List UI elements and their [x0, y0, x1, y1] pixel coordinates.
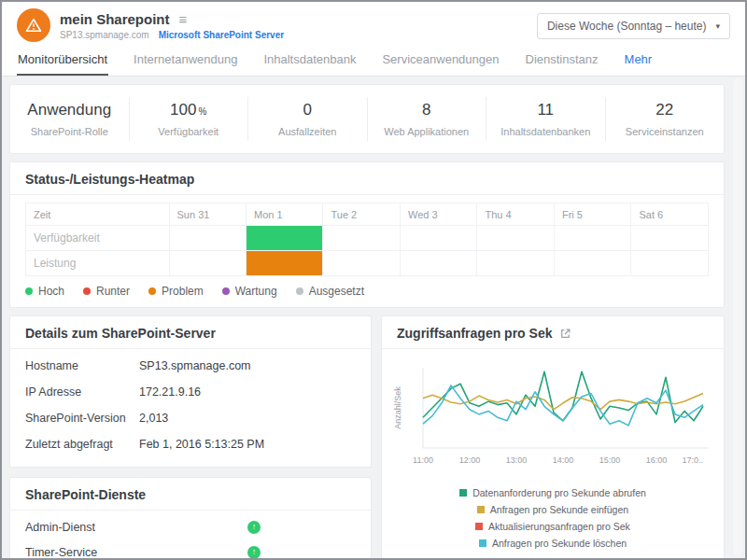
- page-title: mein Sharepoint: [60, 11, 170, 27]
- legend-label: Runter: [96, 285, 130, 298]
- heatmap-legend-wartung: Wartung: [222, 285, 277, 298]
- heatmap-empty-cell: [400, 226, 476, 251]
- stat-label: Serviceinstanzen: [606, 126, 725, 137]
- heatmap-legend: HochRunterProblemWartungAusgesetzt: [25, 285, 709, 298]
- heatmap-empty-cell: [554, 251, 630, 276]
- heatmap-empty-cell: [169, 251, 246, 276]
- tab-dienstinstanz[interactable]: Dienstinstanz: [525, 49, 599, 76]
- heatmap-col-sat-6: Sat 6: [631, 203, 709, 226]
- hostname-label: SP13.spmanage.com: [60, 30, 149, 40]
- stat-value: 8: [368, 101, 486, 119]
- x-tick-label: 13:00: [506, 455, 528, 465]
- heatmap-row-label: Verfügbarkeit: [26, 226, 170, 251]
- caret-down-icon: ▾: [715, 21, 720, 31]
- stat-value: Anwendung: [10, 101, 129, 119]
- tab-bar: MonitorübersichtInternetanwendungInhalts…: [2, 49, 745, 77]
- service-row: Timer-Service↑: [25, 539, 356, 558]
- legend-swatch-icon: [459, 489, 467, 497]
- heatmap-col-fri-5: Fri 5: [554, 203, 630, 226]
- heatmap-legend-problem: Problem: [148, 285, 204, 298]
- heatmap-empty-cell: [631, 226, 709, 251]
- heatmap-legend-runter: Runter: [83, 285, 130, 298]
- heatmap-empty-cell: [631, 251, 709, 276]
- service-name: Timer-Service: [25, 546, 247, 559]
- legend-dot-icon: [25, 287, 33, 295]
- stat-sharepoint-rolle: AnwendungSharePoint-Rolle: [10, 97, 129, 141]
- stat-value: 11: [486, 101, 605, 119]
- chart-legend-item[interactable]: Datenanforderung pro Sekunde abrufen: [459, 487, 646, 498]
- services-title: SharePoint-Dienste: [10, 478, 371, 511]
- detail-row: SharePoint-Version2,013: [25, 405, 356, 431]
- external-link-icon[interactable]: [559, 328, 571, 340]
- header: mein Sharepoint ≡ SP13.spmanage.com Micr…: [2, 2, 745, 49]
- heatmap-empty-cell: [323, 226, 400, 251]
- tab-serviceanwendungen[interactable]: Serviceanwendungen: [381, 49, 500, 76]
- heatmap-col-mon-1: Mon 1: [247, 203, 323, 226]
- heatmap-title: Status-/Leistungs-Heatmap: [10, 162, 724, 195]
- chart-legend: Datenanforderung pro Sekunde abrufenAnfr…: [382, 487, 724, 549]
- stat-serviceinstanzen: 22Serviceinstanzen: [605, 97, 725, 141]
- chart-legend-label: Anfragen pro Sekunde einfügen: [490, 504, 628, 515]
- stat-ausfallzeiten: 0Ausfallzeiten: [247, 97, 367, 141]
- server-type-link[interactable]: Microsoft SharePoint Server: [159, 30, 284, 40]
- legend-label: Hoch: [38, 285, 64, 298]
- summary-stats: AnwendungSharePoint-Rolle100%Verfügbarke…: [9, 84, 725, 154]
- detail-label: IP Adresse: [25, 385, 139, 399]
- chart-legend-item[interactable]: Aktualisierungsanfragen pro Sek: [475, 521, 630, 532]
- detail-value: 2,013: [139, 412, 168, 425]
- main-content: AnwendungSharePoint-Rolle100%Verfügbarke…: [2, 77, 745, 558]
- heatmap-empty-cell: [169, 226, 246, 251]
- heatmap-col-tue-2: Tue 2: [323, 203, 400, 226]
- legend-label: Problem: [162, 285, 204, 298]
- detail-value: 172.21.9.16: [139, 385, 201, 399]
- period-selector[interactable]: Diese Woche (Sonntag – heute) ▾: [537, 13, 730, 39]
- legend-dot-icon: [148, 287, 156, 295]
- monitor-avatar: [17, 8, 50, 42]
- detail-label: Hostname: [25, 359, 139, 372]
- detail-row: HostnameSP13.spmanage.com: [25, 353, 356, 379]
- period-selector-value: Diese Woche (Sonntag – heute): [547, 20, 707, 33]
- heatmap-empty-cell: [554, 226, 630, 251]
- heatmap-row-label: Leistung: [26, 251, 170, 276]
- stat-web-applikationen: 8Web Applikationen: [367, 97, 486, 141]
- heatmap-status-cell: [247, 251, 323, 276]
- detail-row: Zuletzt abgefragtFeb 1, 2016 5:13:25 PM: [25, 431, 356, 457]
- tab-mehr[interactable]: Mehr: [624, 49, 654, 76]
- detail-value: SP13.spmanage.com: [139, 359, 251, 372]
- heatmap-empty-cell: [323, 251, 400, 276]
- hamburger-menu-icon[interactable]: ≡: [179, 12, 188, 26]
- vertical-scrollbar[interactable]: [733, 78, 742, 555]
- x-tick-label: 17:0..: [682, 455, 703, 465]
- chart-area: Anzahl/Sek11:0012:0013:0014:0015:0016:00…: [382, 349, 724, 476]
- detail-label: SharePoint-Version: [25, 412, 139, 425]
- heatmap-legend-ausgesetzt: Ausgesetzt: [296, 285, 364, 298]
- service-name: Admin-Dienst: [25, 521, 247, 534]
- heatmap-header-row: ZeitSun 31Mon 1Tue 2Wed 3Thu 4Fri 5Sat 6: [26, 203, 709, 226]
- requests-chart-panel: Zugriffsanfragen pro Sek Anzahl/Sek11:00…: [381, 315, 725, 558]
- chart-legend-label: Aktualisierungsanfragen pro Sek: [488, 521, 630, 532]
- heatmap-row-leistung: Leistung: [26, 251, 709, 276]
- stat-verfügbarkeit: 100%Verfügbarkeit: [129, 97, 248, 141]
- chart-legend-item[interactable]: Anfragen pro Sekunde löschen: [479, 538, 627, 549]
- services-rows: Admin-Dienst↑Timer-Service↑Trace-Service…: [10, 511, 371, 558]
- status-up-icon: ↑: [247, 521, 261, 534]
- legend-label: Ausgesetzt: [309, 285, 364, 298]
- app-window: mein Sharepoint ≡ SP13.spmanage.com Micr…: [0, 0, 747, 560]
- legend-label: Wartung: [235, 285, 277, 298]
- title-block: mein Sharepoint ≡ SP13.spmanage.com Micr…: [60, 11, 284, 40]
- heatmap-col-zeit: Zeit: [26, 203, 170, 226]
- tab-internetanwendung[interactable]: Internetanwendung: [133, 49, 238, 76]
- chart-legend-item[interactable]: Anfragen pro Sekunde einfügen: [477, 504, 628, 515]
- stat-suffix: %: [198, 106, 206, 117]
- x-tick-label: 11:00: [413, 455, 433, 465]
- heatmap-col-thu-4: Thu 4: [477, 203, 554, 226]
- heatmap-row-verfügbarkeit: Verfügbarkeit: [26, 226, 709, 251]
- legend-swatch-icon: [479, 539, 486, 547]
- x-tick-label: 15:00: [599, 455, 621, 465]
- tab-inhaltsdatenbank[interactable]: Inhaltsdatenbank: [262, 49, 357, 76]
- legend-dot-icon: [296, 287, 303, 295]
- tab-monitorübersicht[interactable]: Monitorübersicht: [17, 49, 108, 76]
- status-up-icon: ↑: [247, 546, 261, 559]
- stat-label: SharePoint-Rolle: [10, 126, 129, 137]
- detail-row: IP Adresse172.21.9.16: [25, 379, 356, 405]
